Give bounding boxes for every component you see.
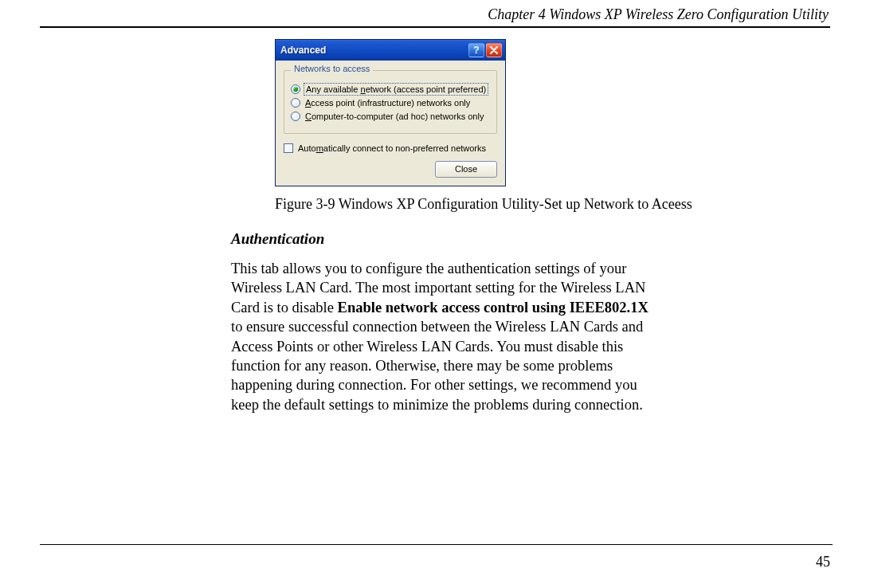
radio-any-available[interactable]: Any available network (access point pref… (291, 84, 490, 94)
radio-label: Access point (infrastructure) networks o… (305, 98, 470, 108)
radio-access-point-only[interactable]: Access point (infrastructure) networks o… (291, 98, 490, 108)
checkbox-auto-connect[interactable]: Automatically connect to non-preferred n… (284, 143, 497, 153)
header-rule (40, 26, 830, 28)
close-icon[interactable] (486, 43, 502, 57)
body-paragraph: This tab allows you to configure the aut… (40, 259, 653, 414)
groupbox-legend: Networks to access (291, 64, 373, 73)
checkbox-icon (284, 143, 293, 153)
page-number: 45 (816, 554, 830, 570)
dialog-title: Advanced (280, 45, 468, 56)
radio-adhoc-only[interactable]: Computer-to-computer (ad hoc) networks o… (291, 112, 490, 121)
dialog-body: Networks to access Any available network… (276, 61, 505, 186)
figure-caption: Figure 3-9 Windows XP Configuration Util… (40, 196, 830, 213)
xp-dialog-advanced: Advanced Networks to access Any availabl… (275, 39, 506, 186)
radio-label: Computer-to-computer (ad hoc) networks o… (305, 112, 484, 121)
radio-icon (291, 112, 300, 121)
radio-icon (291, 98, 300, 108)
radio-icon (291, 84, 300, 94)
section-heading-authentication: Authentication (40, 230, 830, 248)
checkbox-label: Automatically connect to non-preferred n… (298, 143, 486, 153)
dialog-titlebar[interactable]: Advanced (276, 40, 505, 61)
close-button[interactable]: Close (435, 161, 497, 178)
groupbox-networks-to-access: Networks to access Any available network… (284, 70, 497, 134)
footer-rule (40, 544, 833, 545)
running-head: Chapter 4 Windows XP Wireless Zero Confi… (40, 6, 830, 23)
help-icon[interactable] (468, 43, 484, 57)
radio-label: Any available network (access point pref… (305, 84, 487, 94)
